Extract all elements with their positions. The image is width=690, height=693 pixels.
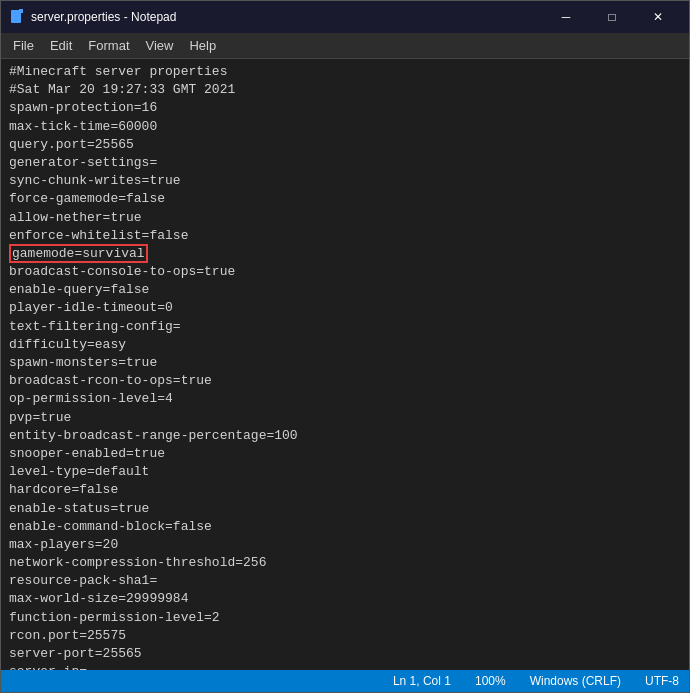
text-line: spawn-monsters=true bbox=[9, 355, 157, 370]
menu-help[interactable]: Help bbox=[181, 35, 224, 57]
text-line: allow-nether=true bbox=[9, 210, 142, 225]
text-line: network-compression-threshold=256 bbox=[9, 555, 266, 570]
text-line: max-players=20 bbox=[9, 537, 118, 552]
svg-rect-1 bbox=[12, 12, 20, 13]
text-line: function-permission-level=2 bbox=[9, 610, 220, 625]
minimize-button[interactable]: ─ bbox=[543, 1, 589, 33]
text-line: query.port=25565 bbox=[9, 137, 134, 152]
text-line: spawn-protection=16 bbox=[9, 100, 157, 115]
text-line: broadcast-rcon-to-ops=true bbox=[9, 373, 212, 388]
highlighted-text: gamemode=survival bbox=[9, 244, 148, 263]
text-line: force-gamemode=false bbox=[9, 191, 165, 206]
text-line: op-permission-level=4 bbox=[9, 391, 173, 406]
text-line: pvp=true bbox=[9, 410, 71, 425]
menu-view[interactable]: View bbox=[138, 35, 182, 57]
text-line: rcon.port=25575 bbox=[9, 628, 126, 643]
text-line: max-world-size=29999984 bbox=[9, 591, 188, 606]
text-line: server-port=25565 bbox=[9, 646, 142, 661]
line-ending: Windows (CRLF) bbox=[530, 674, 621, 688]
text-line: difficulty=easy bbox=[9, 337, 126, 352]
menu-edit[interactable]: Edit bbox=[42, 35, 80, 57]
svg-rect-5 bbox=[19, 10, 22, 13]
menu-format[interactable]: Format bbox=[80, 35, 137, 57]
highlighted-line: gamemode=survival bbox=[9, 245, 148, 263]
text-line: enable-command-block=false bbox=[9, 519, 212, 534]
title-bar-controls: ─ □ ✕ bbox=[543, 1, 681, 33]
editor-content[interactable]: #Minecraft server properties #Sat Mar 20… bbox=[1, 59, 689, 670]
svg-rect-2 bbox=[12, 14, 20, 15]
text-line: level-type=default bbox=[9, 464, 149, 479]
text-line: hardcore=false bbox=[9, 482, 118, 497]
text-line: sync-chunk-writes=true bbox=[9, 173, 181, 188]
menu-bar: File Edit Format View Help bbox=[1, 33, 689, 59]
maximize-button[interactable]: □ bbox=[589, 1, 635, 33]
text-line: player-idle-timeout=0 bbox=[9, 300, 173, 315]
text-line: text-filtering-config= bbox=[9, 319, 181, 334]
text-line: enable-query=false bbox=[9, 282, 149, 297]
zoom-level: 100% bbox=[475, 674, 506, 688]
close-button[interactable]: ✕ bbox=[635, 1, 681, 33]
encoding: UTF-8 bbox=[645, 674, 679, 688]
text-line: entity-broadcast-range-percentage=100 bbox=[9, 428, 298, 443]
window-title: server.properties - Notepad bbox=[31, 10, 176, 24]
title-bar: server.properties - Notepad ─ □ ✕ bbox=[1, 1, 689, 33]
svg-rect-3 bbox=[12, 16, 18, 17]
text-line: generator-settings= bbox=[9, 155, 157, 170]
title-bar-left: server.properties - Notepad bbox=[9, 9, 176, 25]
status-bar: Ln 1, Col 1 100% Windows (CRLF) UTF-8 bbox=[1, 670, 689, 692]
text-line: enforce-whitelist=false bbox=[9, 228, 188, 243]
menu-file[interactable]: File bbox=[5, 35, 42, 57]
text-line: snooper-enabled=true bbox=[9, 446, 165, 461]
text-line: resource-pack-sha1= bbox=[9, 573, 157, 588]
text-line: #Minecraft server properties bbox=[9, 64, 227, 79]
notepad-window: server.properties - Notepad ─ □ ✕ File E… bbox=[0, 0, 690, 693]
text-line: broadcast-console-to-ops=true bbox=[9, 264, 235, 279]
text-line: #Sat Mar 20 19:27:33 GMT 2021 bbox=[9, 82, 235, 97]
content-area: #Minecraft server properties #Sat Mar 20… bbox=[1, 59, 689, 670]
notepad-icon bbox=[9, 9, 25, 25]
cursor-position: Ln 1, Col 1 bbox=[393, 674, 451, 688]
text-line: enable-status=true bbox=[9, 501, 149, 516]
text-line: max-tick-time=60000 bbox=[9, 119, 157, 134]
